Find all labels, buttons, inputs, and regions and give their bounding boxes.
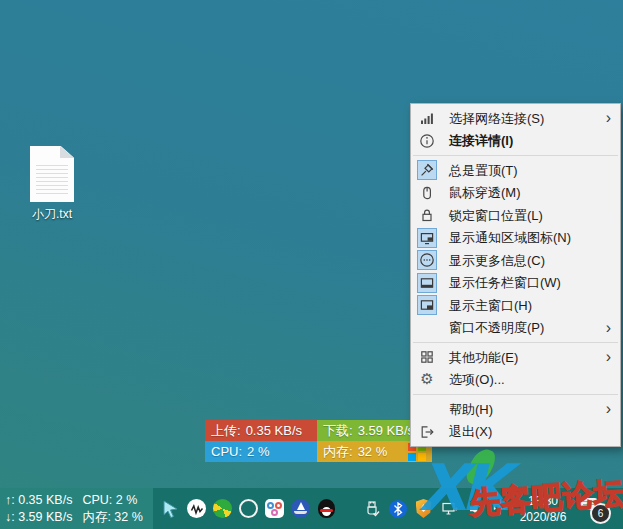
menu-item-show-main-window[interactable]: 显示主窗口(H) [411,294,620,317]
menu-separator [413,342,618,343]
menu-item-mouse-through[interactable]: 鼠标穿透(M) [411,182,620,205]
menu-item-show-more-info[interactable]: 显示更多信息(C) [411,249,620,272]
menu-item-other-functions[interactable]: 其他功能(E) › [411,346,620,369]
menu-item-select-network[interactable]: 选择网络连接(S) › [411,107,620,130]
menu-item-connection-details[interactable]: 连接详情(I) [411,130,620,153]
menu-separator [413,394,618,395]
taskbar: ↑: 0.35 KB/s ↓: 3.59 KB/s CPU: 2 % 内存: 3… [0,488,623,529]
ship-app-tray-icon[interactable] [290,498,311,519]
taskbar-cpu: CPU: 2 % [82,492,142,509]
submenu-arrow-icon: › [606,110,611,126]
upload-value: 0.35 KB/s [246,423,302,438]
notification-center-icon[interactable]: 6 [577,494,611,524]
taskbar-stats[interactable]: ↑: 0.35 KB/s ↓: 3.59 KB/s CPU: 2 % 内存: 3… [0,488,153,529]
text-file-icon [30,146,74,202]
submenu-arrow-icon: › [606,320,611,336]
cpu-label: CPU: [211,444,242,459]
main-window-icon [417,295,437,315]
menu-item-always-on-top[interactable]: 总是置顶(T) [411,159,620,182]
download-label: 下载: [323,422,353,440]
file-label: 小刀.txt [14,206,90,223]
cpu-value: 2 % [247,444,269,459]
monitor-icon [417,228,437,248]
menu-item-help[interactable]: 帮助(H) › [411,398,620,421]
usb-tray-icon[interactable] [361,498,382,519]
cloud-app-tray-icon[interactable] [264,498,285,519]
speaker-tray-icon[interactable] [465,498,486,519]
menu-item-options[interactable]: ⚙ 选项(O)... [411,369,620,392]
pin-icon [417,160,437,180]
pie-chart-tray-icon[interactable] [212,498,233,519]
mouse-icon [417,183,437,203]
ellipsis-circle-icon [417,250,437,270]
bluetooth-tray-icon[interactable] [387,498,408,519]
submenu-arrow-icon: › [606,349,611,365]
desktop: 小刀.txt 上传: 0.35 KB/s 下载: 3.59 KB/s CPU: … [0,0,623,529]
taskbar-window-icon [417,273,437,293]
empty-icon-spacer [417,318,437,338]
notification-badge: 6 [590,503,611,524]
info-icon [417,131,437,151]
upload-cell: 上传: 0.35 KB/s [205,420,317,441]
menu-item-show-taskbar-window[interactable]: 显示任务栏窗口(W) [411,272,620,295]
memory-value: 32 % [358,444,388,459]
gear-icon: ⚙ [417,370,437,390]
menu-item-exit[interactable]: 退出(X) [411,421,620,444]
watermark-swoosh [464,445,499,488]
page-lines [36,162,68,195]
signal-bars-icon [417,108,437,128]
menu-item-show-tray-icon[interactable]: 显示通知区域图标(N) [411,227,620,250]
menu-separator [413,155,618,156]
taskbar-download-speed: ↓: 3.59 KB/s [5,509,72,526]
tray-right: 中 [361,498,509,519]
security-shield-tray-icon[interactable] [413,498,434,519]
taskbar-clock[interactable]: 13:30 2020/8/6 [509,493,577,525]
taskbar-upload-speed: ↑: 0.35 KB/s [5,492,72,509]
clock-time: 13:30 [509,493,577,509]
menu-item-lock-position[interactable]: 锁定窗口位置(L) [411,204,620,227]
taskbar-memory: 内存: 32 % [82,509,142,526]
cursor-icon [160,498,181,519]
monitor-widget[interactable]: 上传: 0.35 KB/s 下载: 3.59 KB/s CPU: 2 % 内存:… [205,420,432,462]
taskbar-right: 13:30 2020/8/6 6 [509,493,623,525]
empty-icon-spacer [417,399,437,419]
download-value: 3.59 KB/s [358,423,414,438]
menu-item-window-opacity[interactable]: 窗口不透明度(P) › [411,317,620,340]
memory-label: 内存: [323,443,353,461]
tray-left [160,498,337,519]
page-fold [60,146,74,158]
desktop-file-xiaodao[interactable]: 小刀.txt [14,146,90,223]
network-monitor-tray-icon[interactable] [439,498,460,519]
qq-tray-icon[interactable] [316,498,337,519]
cpu-cell: CPU: 2 % [205,441,317,462]
equalizer-tray-icon[interactable] [186,498,207,519]
context-menu: 选择网络连接(S) › 连接详情(I) 总是置顶(T) 鼠标穿透(M) [410,103,621,447]
exit-icon [417,422,437,442]
ime-indicator[interactable]: 中 [491,500,509,518]
ring-tray-icon[interactable] [238,498,259,519]
submenu-arrow-icon: › [606,401,611,417]
upload-label: 上传: [211,422,241,440]
clock-date: 2020/8/6 [509,509,577,525]
grid-icon [417,347,437,367]
lock-icon [417,205,437,225]
